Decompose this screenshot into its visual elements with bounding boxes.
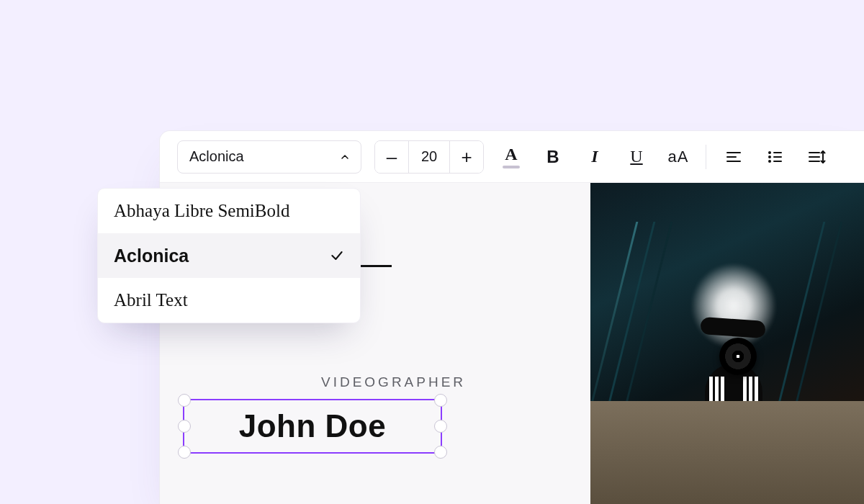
toolbar: Aclonica – 20 + A B I U xyxy=(160,131,864,183)
text-case-button[interactable]: aA xyxy=(664,143,693,171)
italic-icon: I xyxy=(591,147,598,166)
paragraph-group xyxy=(719,143,832,171)
svg-point-5 xyxy=(768,156,771,158)
underline-button[interactable]: U xyxy=(622,143,651,171)
align-left-icon xyxy=(725,148,742,166)
underline-icon: U xyxy=(630,147,642,166)
selected-text-box[interactable]: John Doe xyxy=(183,399,442,454)
svg-rect-6 xyxy=(773,156,782,158)
photographer-figure xyxy=(683,306,784,472)
resize-handle-top-right[interactable] xyxy=(434,394,447,407)
text-style-group: A B I U aA xyxy=(497,143,693,171)
svg-rect-8 xyxy=(773,161,782,162)
resize-handle-middle-right[interactable] xyxy=(434,420,447,433)
bullet-list-icon xyxy=(767,148,784,166)
align-button[interactable] xyxy=(719,143,748,171)
bullet-list-button[interactable] xyxy=(761,143,790,171)
subtitle-text[interactable]: VIDEOGRAPHER xyxy=(321,374,466,390)
font-option-label: Aclonica xyxy=(114,246,189,266)
check-icon xyxy=(330,248,344,263)
font-family-value: Aclonica xyxy=(189,148,244,165)
svg-point-3 xyxy=(768,151,771,154)
text-color-button[interactable]: A xyxy=(497,143,526,171)
resize-handle-bottom-right[interactable] xyxy=(434,446,447,459)
text-color-icon: A xyxy=(503,145,520,168)
bold-icon: B xyxy=(546,147,559,167)
font-size-decrease-button[interactable]: – xyxy=(375,141,408,173)
font-option-selected[interactable]: Aclonica xyxy=(98,233,360,278)
font-size-value[interactable]: 20 xyxy=(408,141,450,173)
resize-handle-middle-left[interactable] xyxy=(178,420,191,433)
resize-handle-bottom-left[interactable] xyxy=(178,446,191,459)
font-size-stepper: – 20 + xyxy=(374,140,484,174)
line-spacing-button[interactable] xyxy=(803,143,832,171)
svg-point-7 xyxy=(768,160,771,163)
toolbar-divider xyxy=(706,145,706,169)
canvas-image[interactable] xyxy=(590,183,864,504)
chevron-up-icon xyxy=(339,151,351,163)
font-option-label: Abhaya Libre SemiBold xyxy=(114,201,289,221)
font-option[interactable]: Abhaya Libre SemiBold xyxy=(98,189,360,233)
font-family-select[interactable]: Aclonica xyxy=(177,140,361,174)
font-option-label: Abril Text xyxy=(114,290,188,310)
svg-rect-4 xyxy=(773,152,782,153)
italic-button[interactable]: I xyxy=(580,143,609,171)
bold-button[interactable]: B xyxy=(539,143,567,171)
case-icon: aA xyxy=(668,148,689,166)
font-size-increase-button[interactable]: + xyxy=(450,141,483,173)
name-heading: John Doe xyxy=(239,408,386,444)
font-dropdown-popover: Abhaya Libre SemiBold Aclonica Abril Tex… xyxy=(97,188,361,323)
resize-handle-top-left[interactable] xyxy=(178,394,191,407)
font-option[interactable]: Abril Text xyxy=(98,278,360,323)
line-spacing-icon xyxy=(808,148,827,166)
